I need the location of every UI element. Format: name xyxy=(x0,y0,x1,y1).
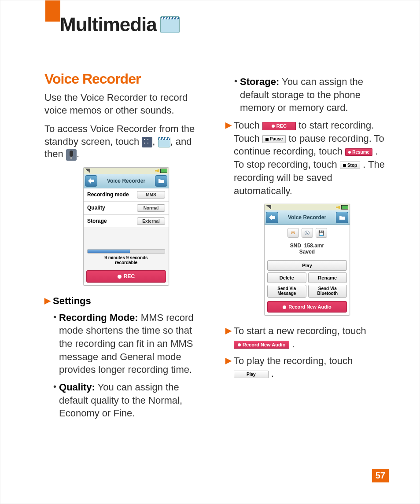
bullet-storage: • Storage: You can assign the default st… xyxy=(234,75,389,114)
text: To start a new recording, touch xyxy=(234,325,366,336)
arrow-icon: ▶ xyxy=(225,355,232,380)
settings-heading-row: ▶ Settings xyxy=(44,294,208,308)
screen-body: Recording mode MMS Quality Normal Storag… xyxy=(84,188,169,283)
section-title: Voice Recorder xyxy=(44,71,208,87)
clapperboard-icon xyxy=(160,16,180,33)
inline-rec-button: REC xyxy=(262,122,296,130)
page-title: Multimedia xyxy=(60,14,157,36)
label: Storage: xyxy=(240,76,279,87)
screenshot-voice-recorder-saved: Voice Recorder ✉ Ⓝ 💾 SND_158.amr Saved xyxy=(264,204,350,316)
status-bar xyxy=(84,168,169,174)
intro-paragraph-1: Use the Voice Recorder to record voice m… xyxy=(44,92,208,117)
left-column: Voice Recorder Use the Voice Recorder to… xyxy=(44,71,208,424)
title-bar: Voice Recorder xyxy=(84,174,169,188)
text: . xyxy=(292,338,295,349)
bullet-quality: • Quality: You can assign the default qu… xyxy=(53,381,208,420)
bullet-icon: • xyxy=(53,311,56,376)
spacer xyxy=(84,228,169,246)
screen-title: Voice Recorder xyxy=(99,178,154,184)
microphone-icon xyxy=(66,149,77,161)
rec-button[interactable]: REC xyxy=(86,270,166,283)
timer-line-2: recordable xyxy=(87,260,165,265)
label: Quality: xyxy=(59,382,95,393)
send-via-bluetooth-button[interactable]: Send ViaBluetooth xyxy=(308,285,347,298)
inline-resume-button: Resume xyxy=(345,148,372,156)
text: Touch xyxy=(234,120,262,131)
row-storage: Storage External xyxy=(84,215,169,228)
settings-heading: Settings xyxy=(53,295,91,306)
n-icon[interactable]: Ⓝ xyxy=(302,228,313,238)
value-button-normal[interactable]: Normal xyxy=(137,204,165,212)
saved-label: Saved xyxy=(265,249,350,255)
speaker-icon xyxy=(155,169,159,173)
touch-flow: ▶ Touch REC to start recording. Touch Pa… xyxy=(225,119,389,197)
content-columns: Voice Recorder Use the Voice Recorder to… xyxy=(44,71,389,424)
icon-row: ✉ Ⓝ 💾 xyxy=(265,225,350,241)
row-recording-mode: Recording mode MMS xyxy=(84,188,169,202)
text: , xyxy=(152,136,158,147)
filename: SND_158.amr xyxy=(265,243,350,249)
text: . xyxy=(271,368,274,379)
apps-grid-icon xyxy=(142,137,152,147)
arrow-icon: ▶ xyxy=(44,295,51,308)
play-recording-row: ▶ To play the recording, touch Play . xyxy=(225,354,389,380)
action-buttons: Play Delete Rename Send ViaMessage Send … xyxy=(265,260,350,299)
battery-icon xyxy=(160,169,167,173)
delete-button[interactable]: Delete xyxy=(267,272,306,283)
progress-bar xyxy=(87,249,165,254)
folder-button[interactable] xyxy=(155,175,167,187)
save-icon[interactable]: 💾 xyxy=(316,228,327,238)
arrow-icon: ▶ xyxy=(225,325,232,350)
inline-stop-button: Stop xyxy=(340,162,360,169)
screen-body: ✉ Ⓝ 💾 SND_158.amr Saved Play Delete Rena… xyxy=(265,225,350,313)
filename-block: SND_158.amr Saved xyxy=(265,241,350,260)
timer-line-1: 9 minutes 9 seconds xyxy=(87,255,165,260)
text: . xyxy=(77,148,79,159)
screenshot-voice-recorder-settings: Voice Recorder Recording mode MMS Qualit… xyxy=(83,167,169,286)
speaker-icon xyxy=(336,206,340,209)
back-button[interactable] xyxy=(85,175,97,187)
progress-fill xyxy=(88,250,130,253)
play-button[interactable]: Play xyxy=(267,260,347,271)
signal-icon xyxy=(85,169,90,173)
arrow-icon: ▶ xyxy=(225,120,232,197)
text: To play the recording, touch xyxy=(234,355,353,366)
label: Recording Mode: xyxy=(59,312,138,323)
title-bar: Voice Recorder xyxy=(265,210,350,225)
clapperboard-icon xyxy=(158,137,170,147)
page-header: Multimedia xyxy=(60,14,180,36)
inline-record-new-button: Record New Audio xyxy=(234,341,289,349)
progress-area: 9 minutes 9 seconds recordable xyxy=(84,246,169,269)
battery-icon xyxy=(341,205,348,210)
record-new-audio-button[interactable]: Record New Audio xyxy=(267,301,347,313)
bullet-recording-mode: • Recording Mode: MMS record mode shorte… xyxy=(53,311,208,376)
folder-button[interactable] xyxy=(336,212,348,223)
back-button[interactable] xyxy=(266,212,278,223)
intro-paragraph-2: To access Voice Recorder from the standb… xyxy=(44,123,208,161)
value-button-mms[interactable]: MMS xyxy=(137,191,165,199)
inline-play-button: Play xyxy=(234,371,269,379)
header-accent-box xyxy=(45,0,60,22)
label: Storage xyxy=(87,218,107,224)
status-bar xyxy=(265,204,350,210)
msg-icon[interactable]: ✉ xyxy=(287,228,299,238)
send-via-message-button[interactable]: Send ViaMessage xyxy=(267,285,306,298)
rename-button[interactable]: Rename xyxy=(308,272,347,283)
bullet-icon: • xyxy=(53,381,56,420)
label: Recording mode xyxy=(87,191,129,198)
right-column: • Storage: You can assign the default st… xyxy=(225,71,389,424)
screen-title: Voice Recorder xyxy=(280,214,335,221)
new-recording-row: ▶ To start a new recording, touch Record… xyxy=(225,324,389,350)
inline-pause-button: Pause xyxy=(262,135,286,143)
label: Quality xyxy=(87,205,105,211)
page-number: 57 xyxy=(372,469,389,482)
signal-icon xyxy=(266,205,271,210)
bullet-icon: • xyxy=(234,75,237,114)
row-quality: Quality Normal xyxy=(84,202,169,215)
value-button-external[interactable]: External xyxy=(137,217,165,225)
